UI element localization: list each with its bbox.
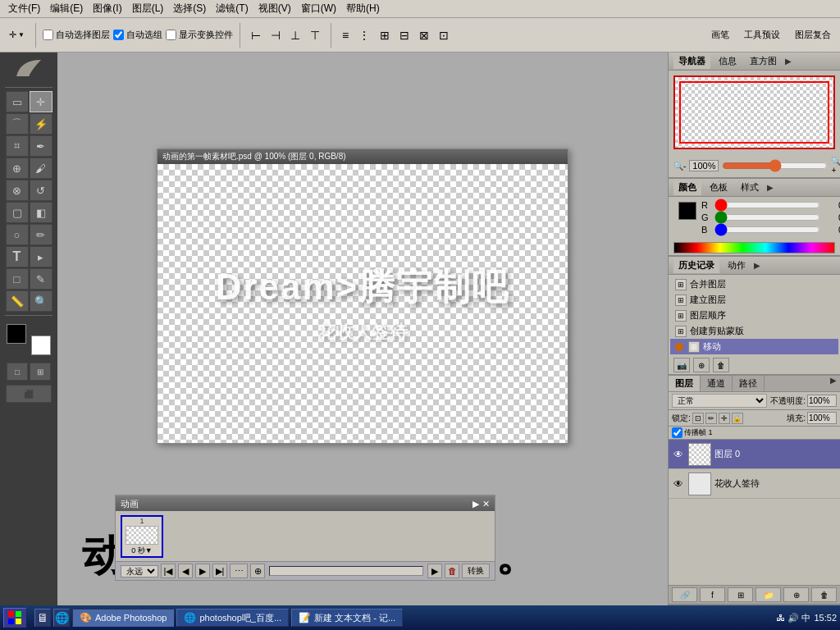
info-tab[interactable]: 信息	[714, 53, 742, 69]
dist-btn5[interactable]: ⊠	[415, 26, 433, 44]
layers-tab[interactable]: 图层	[669, 376, 701, 391]
zoom-out-icon[interactable]: 🔍-	[673, 162, 686, 171]
menu-file[interactable]: 文件(F)	[3, 0, 45, 17]
foreground-color-swatch[interactable]	[7, 324, 26, 344]
shape-tool[interactable]: □	[6, 268, 29, 290]
notes-tool[interactable]: ✎	[30, 268, 52, 290]
clone-stamp-tool[interactable]: ⊗	[6, 180, 29, 201]
create-layer-from-state-btn[interactable]: ⊕	[693, 358, 710, 372]
zoom-tool[interactable]: 🔍	[30, 290, 52, 312]
path-select-tool[interactable]: ▸	[30, 246, 52, 267]
layer-1-visibility[interactable]: 👁	[672, 477, 685, 491]
menu-filter[interactable]: 滤镜(T)	[211, 0, 253, 17]
opacity-input[interactable]	[807, 395, 837, 407]
b-slider[interactable]	[714, 226, 820, 234]
taskbar-notepad-item[interactable]: 📝 新建 文本文档 - 记...	[291, 609, 403, 627]
background-color-swatch[interactable]	[31, 336, 51, 355]
zoom-in-icon[interactable]: 🔍+	[831, 157, 840, 175]
layer-group-btn[interactable]: 📁	[756, 587, 781, 602]
history-tab[interactable]: 历史记录	[673, 258, 719, 273]
standard-mode-btn[interactable]: □	[7, 363, 28, 381]
frame-time[interactable]: 0 秒▼	[131, 546, 152, 556]
quick-launch-icon[interactable]: 🖥	[37, 611, 48, 624]
styles-tab[interactable]: 样式	[736, 180, 764, 195]
swatches-tab[interactable]: 色板	[705, 180, 733, 195]
ie-icon[interactable]: 🌐	[55, 611, 69, 624]
align-btn1[interactable]: ⊢	[247, 26, 265, 44]
paths-tab[interactable]: 路径	[733, 376, 765, 391]
zoom-level[interactable]: 100%	[689, 160, 719, 171]
move-tool[interactable]: ✛	[30, 91, 52, 112]
dist-btn2[interactable]: ⋮	[354, 26, 374, 44]
rect-select-tool[interactable]: ▭	[6, 91, 29, 112]
fg-bg-color-selector[interactable]	[5, 322, 52, 357]
lock-all-btn[interactable]: 🔒	[732, 413, 743, 424]
magic-wand-tool[interactable]: ⚡	[30, 113, 52, 135]
color-tab[interactable]: 颜色	[673, 180, 701, 195]
propagate-checkbox[interactable]	[672, 427, 682, 438]
dist-btn3[interactable]: ⊞	[376, 26, 394, 44]
lock-pixels-btn[interactable]: ✏	[705, 413, 717, 424]
delete-layer-btn[interactable]: 🗑	[811, 587, 837, 602]
menu-edit[interactable]: 编辑(E)	[45, 0, 88, 17]
move-tool-btn[interactable]: ✛ ▼	[5, 27, 29, 43]
layer-item-0[interactable]: 👁 图层 0	[669, 440, 840, 469]
blend-mode-select[interactable]: 正常 溶解 正片叠底	[672, 394, 767, 408]
show-transform-checkbox[interactable]: 显示变换控件	[166, 29, 233, 41]
quickmask-mode-btn[interactable]: ⊞	[30, 363, 51, 381]
delete-history-btn[interactable]: 🗑	[713, 358, 729, 372]
layers-panel-expand[interactable]: ▶	[830, 376, 837, 391]
anim-scroll-right[interactable]: ▶	[427, 564, 442, 578]
anim-frame-1[interactable]: 1 0 秒▼	[121, 515, 163, 558]
color-panel-expand[interactable]: ▶	[767, 183, 774, 192]
r-slider[interactable]	[714, 201, 820, 209]
eyedropper-tool[interactable]: ✒	[30, 135, 52, 157]
anim-first-btn[interactable]: |◀	[161, 564, 176, 578]
align-btn2[interactable]: ⊣	[267, 26, 285, 44]
history-item-3[interactable]: ⊞ 图层顺序	[670, 308, 838, 323]
animation-menu-btn[interactable]: ▶	[472, 499, 479, 509]
brush-panel-btn[interactable]: 画笔	[707, 26, 733, 43]
anim-prev-btn[interactable]: ◀	[178, 564, 193, 578]
menu-window[interactable]: 窗口(W)	[296, 0, 341, 17]
anim-convert-btn[interactable]: 转换	[462, 564, 490, 578]
history-item-5[interactable]: ⊞ 移动	[670, 339, 838, 354]
eraser-tool[interactable]: ▢	[6, 202, 29, 223]
anim-duplicate-btn[interactable]: ⊕	[250, 564, 265, 578]
layer-item-1[interactable]: 👁 花收人签待	[669, 469, 840, 499]
menu-image[interactable]: 图像(I)	[88, 0, 126, 17]
history-item-4[interactable]: ⊞ 创建剪贴蒙版	[670, 323, 838, 339]
start-button[interactable]	[3, 608, 26, 628]
menu-help[interactable]: 帮助(H)	[341, 0, 385, 17]
menu-view[interactable]: 视图(V)	[253, 0, 296, 17]
new-layer-btn[interactable]: ⊕	[783, 587, 809, 602]
anim-delete-btn[interactable]: 🗑	[445, 564, 459, 578]
history-panel-expand[interactable]: ▶	[754, 261, 760, 270]
color-swatch[interactable]	[678, 202, 696, 220]
align-btn3[interactable]: ⊥	[286, 26, 304, 44]
taskbar-photoshop-item[interactable]: 🎨 Adobe Photoshop	[72, 609, 174, 627]
animation-close-btn[interactable]: ✕	[482, 499, 490, 509]
fill-input[interactable]	[807, 412, 837, 424]
menu-select[interactable]: 选择(S)	[168, 0, 211, 17]
layer-link-btn[interactable]: 🔗	[672, 587, 697, 602]
zoom-slider[interactable]	[722, 162, 828, 170]
brush-tool[interactable]: 🖌	[30, 158, 52, 179]
auto-select-group-checkbox[interactable]: 自动选组	[113, 29, 162, 41]
g-slider[interactable]	[714, 213, 820, 221]
layer-mask-btn[interactable]: ⊞	[728, 587, 753, 602]
gradient-tool[interactable]: ◧	[30, 202, 52, 223]
canvas-content[interactable]: Dream>腾宇制吧 花收人签待	[158, 164, 568, 443]
measure-tool[interactable]: 📏	[6, 290, 29, 312]
menu-layer[interactable]: 图层(L)	[127, 0, 169, 17]
navigator-tab[interactable]: 导航器	[673, 53, 710, 69]
layer-fx-btn[interactable]: f	[700, 587, 725, 602]
lock-transparent-btn[interactable]: ⊡	[692, 413, 704, 424]
dodge-tool[interactable]: ○	[6, 224, 29, 245]
channels-tab[interactable]: 通道	[701, 376, 733, 391]
anim-next-btn[interactable]: ▶|	[212, 564, 227, 578]
animation-scroll[interactable]	[269, 566, 423, 576]
taskbar-browser-item[interactable]: 🌐 photoshop吧_百度...	[176, 609, 289, 627]
nav-panel-expand[interactable]: ▶	[785, 57, 792, 66]
dist-btn4[interactable]: ⊟	[395, 26, 413, 44]
